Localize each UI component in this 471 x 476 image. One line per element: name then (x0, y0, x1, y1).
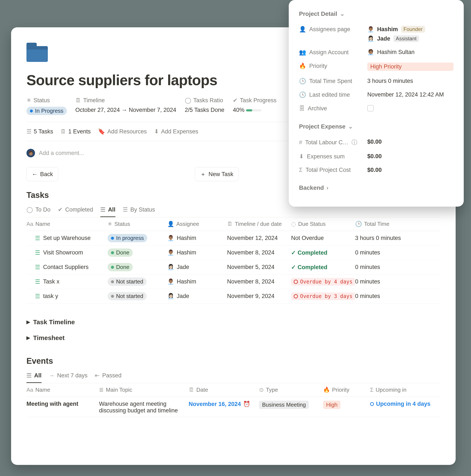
archive-checkbox[interactable] (367, 105, 374, 111)
arrow-left-icon: ← (32, 171, 37, 178)
status-pill[interactable]: In Progress (26, 107, 67, 115)
text-icon: Aa (26, 387, 33, 393)
svg-rect-1 (26, 43, 37, 49)
event-row[interactable]: Meeting with agent Warehouse agent meeti… (26, 397, 440, 417)
person-icon: 👤 (299, 26, 306, 33)
arrow-right-icon: → (49, 372, 55, 379)
avatar-icon: 🧑🏽‍💼 (367, 49, 374, 55)
total-label: Total Project Cost (306, 167, 351, 173)
tab-all[interactable]: ☰All (100, 204, 116, 217)
event-date[interactable]: November 16, 2024⏰ (189, 401, 259, 408)
total-time: 0 minutes (355, 249, 411, 256)
assignees-label: Assignees page (309, 26, 350, 33)
role-tag: Assistant (393, 35, 419, 42)
tab-todo[interactable]: ◯To Do (26, 204, 50, 217)
progress-value: 40% (233, 107, 276, 113)
clock-icon: 🕓 (299, 91, 306, 98)
labour-value: $0.00 (367, 138, 454, 145)
lastedit-value: November 12, 2024 12:42 AM (367, 91, 454, 98)
people-icon: 👥 (299, 49, 306, 56)
type-icon: ⊙ (259, 387, 264, 393)
due-icon: ◌ (291, 221, 296, 227)
back-button[interactable]: ←Back (26, 167, 58, 181)
status-pill[interactable]: In progress (108, 234, 147, 242)
table-row[interactable]: ☰Visit ShowroomDone👨🏽‍💼HashimNovember 8,… (26, 245, 440, 260)
triangle-right-icon: ▶ (26, 335, 30, 341)
alarm-icon: ⏰ (243, 401, 250, 408)
tab-by-status[interactable]: ☰By Status (123, 204, 155, 217)
total-value: $0.00 (367, 167, 454, 173)
expenses-label: Expenses sum (307, 153, 345, 160)
assignee-name: Hashim (177, 249, 196, 256)
chevron-right-icon: › (326, 185, 328, 191)
calendar-icon: 🗓 (60, 128, 66, 135)
assignee-person[interactable]: 👨🏽‍💼HashimFounder (367, 26, 454, 33)
tasks-link[interactable]: ☰5 Tasks (26, 128, 53, 135)
assignee-name: Jade (177, 293, 189, 300)
avatar-icon: 👩🏻‍💼 (167, 264, 174, 271)
check-icon: ✓ (291, 264, 296, 271)
project-detail-title[interactable]: Project Detail⌄ (299, 10, 454, 17)
check-icon: ✓ (291, 250, 296, 256)
add-expenses-link[interactable]: ⬇Add Expenses (154, 128, 198, 135)
status-pill[interactable]: Not started (108, 277, 147, 286)
due-status: Overdue by 3 days (291, 292, 355, 300)
timeline-value[interactable]: October 27, 2024 → November 7, 2024 (75, 107, 176, 113)
assignee-person[interactable]: 👩🏻‍💼JadeAssistant (367, 35, 454, 42)
expenses-value: $0.00 (367, 153, 454, 160)
status-label: Status (34, 97, 50, 104)
priority-icon: 🔥 (299, 63, 306, 69)
tab-next7[interactable]: →Next 7 days (49, 370, 88, 383)
clock-icon: 🕒 (299, 78, 306, 85)
status-pill[interactable]: Done (108, 248, 133, 257)
status-pill[interactable]: Done (108, 263, 133, 271)
tab-events-all[interactable]: ☰All (26, 370, 42, 383)
table-row[interactable]: ☰Contact SuppliersDone👩🏻‍💼JadeNovember 5… (26, 260, 440, 274)
event-upcoming: Upcoming in 4 days (370, 401, 438, 407)
task-icon: ☰ (35, 264, 40, 271)
lines-icon: ≣ (99, 387, 104, 393)
status-icon: ✳ (108, 221, 112, 227)
comment-input[interactable]: Add a comment... (39, 150, 84, 156)
events-tabs: ☰All →Next 7 days ⇤Passed (26, 368, 440, 383)
due-status: ✓ Completed (291, 249, 355, 256)
tasks-icon: ☰ (26, 128, 32, 135)
ring-icon (370, 402, 374, 406)
task-timeline: November 12, 2024 (227, 235, 291, 241)
task-name-text: Contact Suppliers (43, 264, 89, 271)
priority-icon: 🔥 (323, 387, 330, 393)
info-icon: ⓘ (352, 138, 357, 146)
task-icon: ☰ (35, 278, 40, 285)
tab-passed[interactable]: ⇤Passed (95, 370, 121, 383)
account-value[interactable]: 🧑🏽‍💼Hashim Sultan (367, 49, 454, 55)
table-row[interactable]: ☰task yNot started👩🏻‍💼JadeNovember 9, 20… (26, 289, 440, 304)
add-resources-link[interactable]: 🔖Add Resources (98, 128, 147, 135)
table-row[interactable]: ☰Set up WarehouseIn progress👨🏽‍💼HashimNo… (26, 231, 440, 245)
status-pill[interactable]: Not started (108, 292, 147, 300)
expense-icon: ⬇ (154, 128, 159, 135)
task-icon: ☰ (35, 293, 40, 300)
table-row[interactable]: ☰Task xNot started👨🏽‍💼HashimNovember 8, … (26, 274, 440, 289)
assignees-value: 👨🏽‍💼HashimFounder 👩🏻‍💼JadeAssistant (367, 26, 454, 42)
new-task-button[interactable]: ＋New Task (195, 167, 239, 181)
clock-icon: 🕒 (355, 221, 362, 227)
events-heading: Events (26, 357, 440, 366)
task-timeline-toggle[interactable]: ▶Task Timeline (26, 314, 440, 330)
tab-completed[interactable]: ✔Completed (58, 204, 93, 217)
avatar-icon: 👨🏽‍💼 (167, 235, 174, 241)
tasks-body: ☰Set up WarehouseIn progress👨🏽‍💼HashimNo… (26, 231, 440, 304)
role-tag: Founder (401, 26, 425, 33)
progress-bar (246, 109, 261, 111)
event-priority: High (323, 401, 340, 409)
avatar-icon: 👨🏽‍💼 (367, 26, 374, 33)
priority-value[interactable]: High Priority (367, 63, 454, 71)
labour-label: Total Labour C… (305, 139, 349, 146)
events-link[interactable]: 🗓1 Events (60, 128, 91, 135)
timesheet-toggle[interactable]: ▶Timesheet (26, 330, 440, 346)
task-name-text: Task x (43, 278, 60, 285)
backend-section[interactable]: Backend› (299, 185, 454, 191)
status-icon: ✳ (26, 97, 31, 104)
chevron-down-icon: ⌄ (340, 10, 345, 17)
bookmark-icon: 🔖 (98, 128, 105, 135)
project-expense-title[interactable]: Project Expense⌄ (299, 123, 454, 130)
